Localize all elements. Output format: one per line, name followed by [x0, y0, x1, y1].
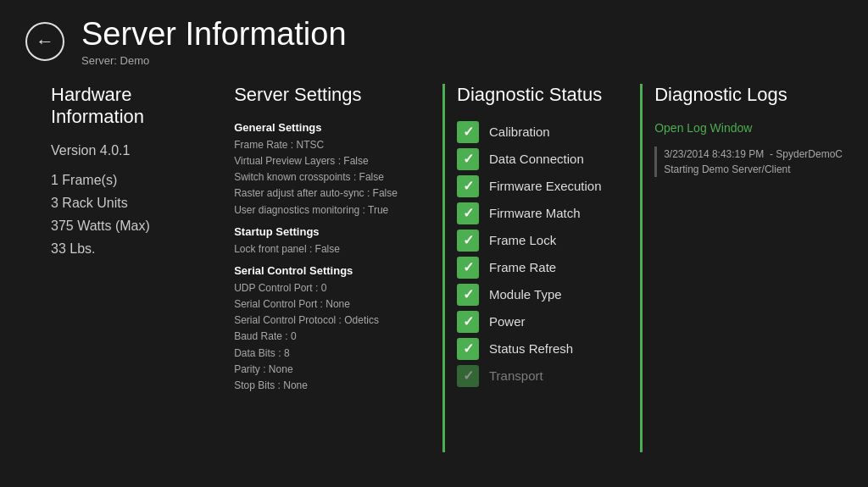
check-box-icon: ✓ — [457, 311, 479, 333]
check-box-icon: ✓ — [457, 365, 479, 387]
check-mark-icon: ✓ — [463, 261, 474, 274]
check-box-icon: ✓ — [457, 148, 479, 170]
diagnostic-label: Power — [489, 314, 526, 329]
settings-item: Frame Rate : NTSC — [234, 137, 417, 153]
settings-item: Lock front panel : False — [234, 241, 417, 257]
diagnostic-item: ✓Data Connection — [457, 148, 623, 170]
check-mark-icon: ✓ — [463, 207, 474, 220]
settings-item: Parity : None — [234, 362, 417, 378]
settings-item: Switch known crosspoints : False — [234, 169, 417, 185]
diagnostic-label: Calibration — [489, 125, 550, 139]
check-box-icon: ✓ — [457, 121, 479, 143]
diagnostic-logs-title: Diagnostic Logs — [654, 84, 843, 106]
check-mark-icon: ✓ — [463, 234, 474, 247]
server-settings-title: Server Settings — [234, 84, 417, 106]
check-box-icon: ✓ — [457, 338, 479, 360]
settings-item: Serial Control Protocol : Odetics — [234, 313, 417, 329]
server-settings-section: Server Settings General SettingsFrame Ra… — [234, 84, 442, 452]
header: ← Server Information Server: Demo — [0, 0, 868, 75]
settings-item: Virtual Preview Layers : False — [234, 153, 417, 169]
hardware-item: 33 Lbs. — [51, 237, 217, 260]
diagnostic-logs-section: Diagnostic Logs Open Log Window 3/23/201… — [640, 84, 843, 452]
check-mark-icon: ✓ — [463, 152, 474, 166]
diagnostic-item: ✓Firmware Match — [457, 202, 623, 224]
diagnostic-label: Transport — [489, 368, 543, 383]
diagnostic-item: ✓Power — [457, 311, 623, 333]
settings-group-title: Serial Control Settings — [234, 264, 417, 277]
check-box-icon: ✓ — [457, 284, 479, 306]
diagnostic-item: ✓Transport — [457, 365, 623, 387]
main-content: Hardware Information Version 4.0.1 1 Fra… — [0, 75, 868, 469]
diagnostic-label: Module Type — [489, 287, 562, 302]
diagnostic-item: ✓Calibration — [457, 121, 623, 143]
diagnostic-label: Data Connection — [489, 152, 584, 166]
header-text: Server Information Server: Demo — [81, 17, 347, 67]
open-log-link[interactable]: Open Log Window — [654, 121, 843, 135]
diagnostic-item: ✓Status Refresh — [457, 338, 623, 360]
log-entry: 3/23/2014 8:43:19 PM - SpyderDemoC Start… — [654, 147, 843, 177]
check-mark-icon: ✓ — [463, 342, 474, 356]
log-bar — [654, 147, 657, 177]
settings-item: Data Bits : 8 — [234, 346, 417, 362]
diagnostic-label: Frame Rate — [489, 260, 556, 274]
server-subtitle: Server: Demo — [81, 54, 347, 67]
check-box-icon: ✓ — [457, 230, 479, 252]
check-box-icon: ✓ — [457, 202, 479, 224]
diagnostic-items: ✓Calibration✓Data Connection✓Firmware Ex… — [457, 121, 623, 387]
diagnostic-status-title: Diagnostic Status — [457, 84, 623, 106]
diagnostic-label: Frame Lock — [489, 233, 556, 247]
diagnostic-item: ✓Module Type — [457, 284, 623, 306]
settings-item: User diagnostics monitoring : True — [234, 202, 417, 219]
check-box-icon: ✓ — [457, 257, 479, 279]
hardware-item: 375 Watts (Max) — [51, 214, 217, 237]
settings-item: Serial Control Port : None — [234, 296, 417, 313]
hardware-title: Hardware Information — [51, 84, 217, 128]
diagnostic-item: ✓Firmware Execution — [457, 175, 623, 197]
hardware-item: 3 Rack Units — [51, 191, 217, 214]
check-mark-icon: ✓ — [463, 125, 474, 139]
check-box-icon: ✓ — [457, 175, 479, 197]
diagnostic-label: Firmware Execution — [489, 179, 602, 193]
hardware-version: Version 4.0.1 — [51, 143, 217, 158]
settings-group-title: General Settings — [234, 121, 417, 134]
hardware-item: 1 Frame(s) — [51, 169, 217, 191]
hardware-items: 1 Frame(s)3 Rack Units375 Watts (Max)33 … — [51, 169, 217, 261]
hardware-section: Hardware Information Version 4.0.1 1 Fra… — [51, 84, 234, 452]
back-icon: ← — [36, 30, 54, 53]
check-mark-icon: ✓ — [463, 180, 474, 193]
check-mark-icon: ✓ — [463, 288, 474, 302]
check-mark-icon: ✓ — [463, 369, 474, 383]
log-entries: 3/23/2014 8:43:19 PM - SpyderDemoC Start… — [654, 147, 843, 177]
back-button[interactable]: ← — [25, 22, 64, 61]
page-title: Server Information — [81, 17, 347, 53]
diagnostic-label: Firmware Match — [489, 206, 581, 220]
check-mark-icon: ✓ — [463, 315, 474, 329]
settings-item: Raster adjust after auto-sync : False — [234, 185, 417, 202]
log-text: 3/23/2014 8:43:19 PM - SpyderDemoC Start… — [664, 147, 843, 177]
diagnostic-status-section: Diagnostic Status ✓Calibration✓Data Conn… — [442, 84, 640, 452]
settings-groups: General SettingsFrame Rate : NTSCVirtual… — [234, 121, 417, 394]
settings-item: UDP Control Port : 0 — [234, 280, 417, 296]
diagnostic-item: ✓Frame Rate — [457, 257, 623, 279]
diagnostic-item: ✓Frame Lock — [457, 230, 623, 252]
settings-group-title: Startup Settings — [234, 225, 417, 238]
diagnostic-label: Status Refresh — [489, 341, 573, 356]
settings-item: Stop Bits : None — [234, 378, 417, 394]
settings-item: Baud Rate : 0 — [234, 329, 417, 345]
